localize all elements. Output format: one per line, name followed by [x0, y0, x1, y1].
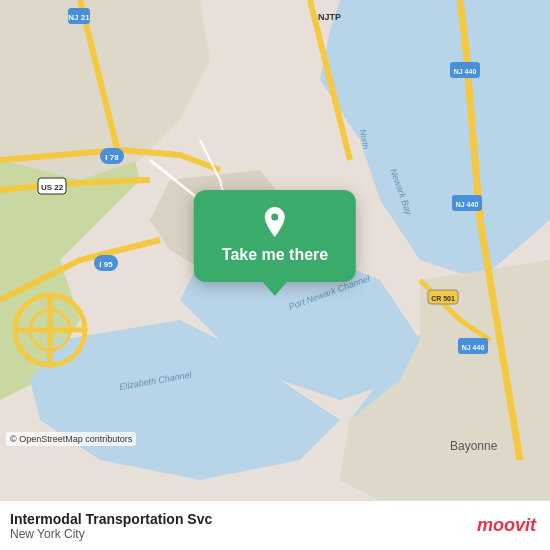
svg-text:NJ 440: NJ 440: [462, 344, 485, 351]
svg-text:Bayonne: Bayonne: [450, 439, 498, 453]
take-me-there-popup[interactable]: Take me there: [194, 190, 356, 282]
svg-text:CR 501: CR 501: [431, 295, 455, 302]
svg-text:NJ 21: NJ 21: [68, 13, 90, 22]
moovit-text: moovit: [477, 515, 536, 536]
svg-text:I 78: I 78: [105, 153, 119, 162]
location-info: Intermodal Transportation Svc New York C…: [10, 511, 212, 541]
svg-text:NJTP: NJTP: [318, 12, 341, 22]
osm-credit: © OpenStreetMap contributors: [6, 432, 136, 446]
svg-text:NJ 440: NJ 440: [456, 201, 479, 208]
svg-text:I 95: I 95: [99, 260, 113, 269]
bottom-bar: Intermodal Transportation Svc New York C…: [0, 500, 550, 550]
location-title: Intermodal Transportation Svc: [10, 511, 212, 527]
location-pin-icon: [257, 204, 293, 240]
popup-label: Take me there: [222, 246, 328, 264]
location-city: New York City: [10, 527, 212, 541]
svg-text:US 22: US 22: [41, 183, 64, 192]
svg-text:NJ 440: NJ 440: [454, 68, 477, 75]
moovit-logo: moovit: [477, 515, 536, 536]
map-container: NJ 21 I 78 US 22 I 95 NJTP NJ 440 NJ 440…: [0, 0, 550, 500]
